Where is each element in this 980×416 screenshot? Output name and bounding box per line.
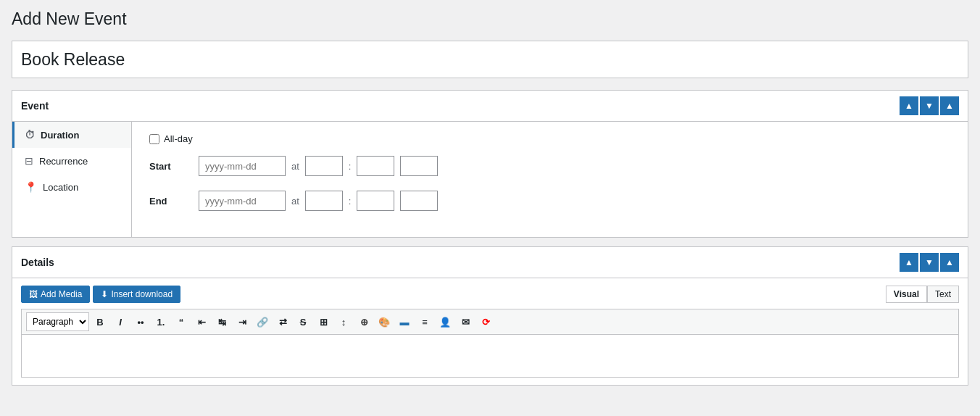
- end-row: End at :: [149, 191, 950, 211]
- wp-more-button[interactable]: ⊕: [354, 312, 373, 331]
- allday-checkbox[interactable]: [149, 134, 159, 144]
- end-ampm-input[interactable]: [400, 191, 438, 211]
- event-panel: Event ▲ ▼ ▲ ⏱ Duration ⊟ Recurrence 📍: [12, 90, 968, 238]
- event-title-input[interactable]: [12, 41, 968, 79]
- allday-row: All-day: [149, 133, 950, 144]
- end-at-label: at: [291, 196, 299, 207]
- sidebar-item-duration[interactable]: ⏱ Duration: [12, 122, 131, 148]
- align-full-button[interactable]: ⇄: [273, 312, 292, 331]
- start-minute-input[interactable]: [357, 156, 394, 176]
- details-panel-header: Details ▲ ▼ ▲: [12, 247, 968, 278]
- add-media-label: Add Media: [41, 289, 82, 299]
- start-at-label: at: [291, 161, 299, 172]
- editor-toolbar-top: 🖼 Add Media ⬇ Insert download Visual Tex…: [21, 286, 959, 303]
- bold-button[interactable]: B: [91, 312, 109, 331]
- start-colon: :: [349, 161, 352, 172]
- details-panel: Details ▲ ▼ ▲ 🖼 Add Media ⬇ Insert downl…: [12, 246, 968, 386]
- visual-view-button[interactable]: Visual: [886, 286, 927, 303]
- editor-toolbar: Paragraph B I •• 1. “ ⇤ ↹ ⇥ 🔗 ⇄ S ⊞ ↕ ⊕ …: [21, 309, 959, 334]
- editor-buttons: 🖼 Add Media ⬇ Insert download: [21, 286, 180, 303]
- start-row: Start at :: [149, 156, 950, 176]
- event-panel-down-btn[interactable]: ▼: [920, 96, 939, 115]
- add-media-button[interactable]: 🖼 Add Media: [21, 286, 90, 303]
- event-sidebar: ⏱ Duration ⊟ Recurrence 📍 Location: [12, 122, 132, 237]
- blockquote-button[interactable]: “: [172, 312, 191, 331]
- sidebar-label-location: Location: [43, 182, 78, 193]
- ul-button[interactable]: ••: [131, 312, 150, 331]
- icon2-button[interactable]: ▬: [395, 312, 414, 331]
- ol-button[interactable]: 1.: [151, 312, 170, 331]
- editor-area[interactable]: [21, 334, 959, 378]
- details-panel-down-btn[interactable]: ▼: [920, 253, 939, 272]
- allday-label[interactable]: All-day: [164, 133, 193, 144]
- event-panel-controls: ▲ ▼ ▲: [900, 96, 959, 115]
- event-panel-collapse-btn[interactable]: ▲: [940, 96, 959, 115]
- sidebar-label-recurrence: Recurrence: [39, 156, 88, 167]
- align-left-button[interactable]: ⇤: [192, 312, 211, 331]
- end-minute-input[interactable]: [357, 191, 394, 211]
- details-panel-controls: ▲ ▼ ▲: [900, 253, 959, 272]
- icon1-button[interactable]: 🎨: [375, 312, 394, 331]
- end-label: End: [149, 196, 193, 207]
- insert-download-button[interactable]: ⬇ Insert download: [93, 286, 180, 303]
- paragraph-select[interactable]: Paragraph: [26, 312, 89, 331]
- event-panel-title: Event: [21, 100, 49, 112]
- recurrence-icon: ⊟: [25, 155, 33, 167]
- sidebar-item-location[interactable]: 📍 Location: [12, 174, 131, 200]
- icon4-button[interactable]: 👤: [436, 312, 454, 331]
- sidebar-item-recurrence[interactable]: ⊟ Recurrence: [12, 148, 131, 174]
- end-hour-input[interactable]: [305, 191, 343, 211]
- strikethrough-button[interactable]: S: [294, 312, 312, 331]
- end-date-input[interactable]: [199, 191, 286, 211]
- align-right-button[interactable]: ⇥: [233, 312, 252, 331]
- event-panel-header: Event ▲ ▼ ▲: [12, 91, 968, 122]
- table-button[interactable]: ⊞: [314, 312, 333, 331]
- download-icon: ⬇: [101, 289, 108, 299]
- more-button[interactable]: ↕: [334, 312, 353, 331]
- icon5-button[interactable]: ✉: [456, 312, 475, 331]
- event-content: All-day Start at : End at: [132, 122, 968, 237]
- link-button[interactable]: 🔗: [253, 312, 272, 331]
- page-title: Add New Event: [12, 9, 968, 30]
- media-icon: 🖼: [29, 289, 38, 299]
- icon6-button[interactable]: ⟳: [476, 312, 495, 331]
- event-body: ⏱ Duration ⊟ Recurrence 📍 Location All-d…: [12, 122, 968, 237]
- start-label: Start: [149, 161, 193, 172]
- icon3-button[interactable]: ≡: [415, 312, 434, 331]
- insert-download-label: Insert download: [111, 289, 173, 299]
- event-panel-up-btn[interactable]: ▲: [900, 96, 918, 115]
- sidebar-label-duration: Duration: [41, 130, 79, 141]
- view-toggle: Visual Text: [886, 286, 959, 303]
- details-panel-up-btn[interactable]: ▲: [900, 253, 918, 272]
- italic-button[interactable]: I: [111, 312, 130, 331]
- location-icon: 📍: [25, 181, 37, 193]
- details-body: 🖼 Add Media ⬇ Insert download Visual Tex…: [12, 278, 968, 385]
- details-panel-collapse-btn[interactable]: ▲: [940, 253, 959, 272]
- text-view-button[interactable]: Text: [927, 286, 959, 303]
- details-panel-title: Details: [21, 257, 54, 268]
- start-date-input[interactable]: [199, 156, 286, 176]
- start-ampm-input[interactable]: [400, 156, 438, 176]
- clock-icon: ⏱: [25, 129, 35, 141]
- start-hour-input[interactable]: [305, 156, 343, 176]
- align-center-button[interactable]: ↹: [212, 312, 231, 331]
- end-colon: :: [349, 196, 352, 207]
